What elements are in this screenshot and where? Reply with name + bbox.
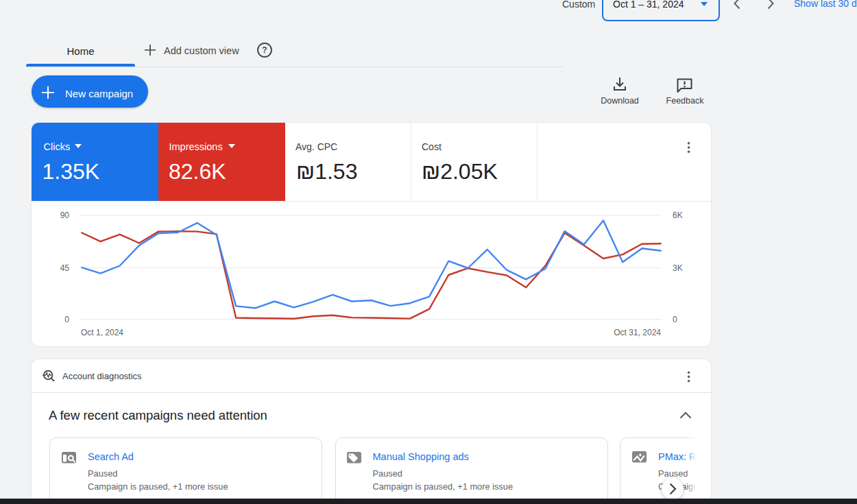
- svg-text:Oct 1, 2024: Oct 1, 2024: [81, 328, 123, 337]
- svg-text:45: 45: [60, 263, 70, 273]
- svg-text:0: 0: [64, 315, 69, 324]
- svg-text:Oct 31, 2024: Oct 31, 2024: [614, 328, 661, 337]
- svg-text:?: ?: [262, 45, 267, 55]
- svg-text:90: 90: [60, 211, 70, 220]
- svg-text:0: 0: [673, 315, 677, 324]
- svg-text:6K: 6K: [673, 211, 683, 220]
- svg-text:3K: 3K: [673, 263, 683, 273]
